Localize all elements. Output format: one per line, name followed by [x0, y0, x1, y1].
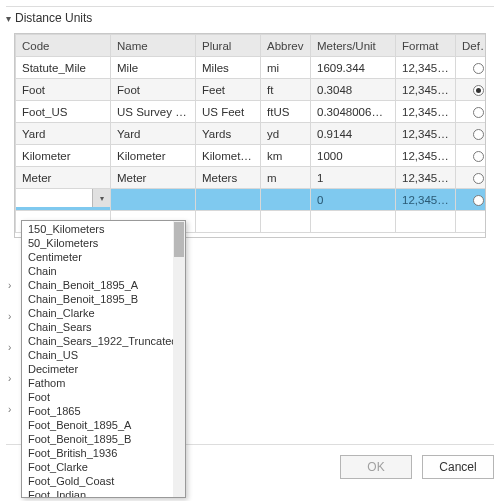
cell-code: Meter: [16, 167, 111, 189]
cell-mpu: 0.3048: [311, 79, 396, 101]
cell-format: 12,345.12: [396, 145, 456, 167]
dropdown-item[interactable]: Foot: [22, 389, 185, 403]
cell-abbrev: ftUS: [261, 101, 311, 123]
radio-icon[interactable]: [473, 173, 484, 184]
cell-default[interactable]: [456, 145, 487, 167]
cell-name: Mile: [111, 57, 196, 79]
code-dropdown-list[interactable]: 150_Kilometers50_KilometersCentimeterCha…: [21, 220, 186, 498]
cell-name: Kilometer: [111, 145, 196, 167]
cell-code: Statute_Mile: [16, 57, 111, 79]
col-abbrev[interactable]: Abbrev: [261, 35, 311, 57]
cell-default[interactable]: [456, 167, 487, 189]
cell-plural: Miles: [196, 57, 261, 79]
cell-plural: Meters: [196, 167, 261, 189]
cell-default[interactable]: [456, 189, 487, 211]
chevron-right-icon[interactable]: ›: [8, 342, 11, 353]
cell-default[interactable]: [456, 57, 487, 79]
code-combobox[interactable]: ▾: [16, 189, 110, 210]
dropdown-item[interactable]: Foot_1865: [22, 403, 185, 417]
scrollbar-thumb[interactable]: [174, 222, 184, 257]
table-row-new[interactable]: ▾012,345.12: [16, 189, 487, 211]
cell-abbrev: ft: [261, 79, 311, 101]
cell-default[interactable]: [456, 79, 487, 101]
cell-format: 12,345.12: [396, 79, 456, 101]
cell-plural: [196, 189, 261, 211]
chevron-down-icon: ▾: [100, 194, 104, 203]
cell-code: Kilometer: [16, 145, 111, 167]
cancel-button[interactable]: Cancel: [422, 455, 494, 479]
radio-icon[interactable]: [473, 107, 484, 118]
cell-plural: US Feet: [196, 101, 261, 123]
cell-code: Foot_US: [16, 101, 111, 123]
panel-header[interactable]: ▾ Distance Units: [6, 7, 494, 31]
radio-icon[interactable]: [473, 85, 484, 96]
radio-icon[interactable]: [473, 151, 484, 162]
table-row[interactable]: MeterMeterMetersm112,345.12: [16, 167, 487, 189]
scrollbar[interactable]: [173, 221, 185, 497]
dropdown-item[interactable]: Chain_US: [22, 347, 185, 361]
dropdown-item[interactable]: 50_Kilometers: [22, 235, 185, 249]
panel-title: Distance Units: [15, 11, 92, 25]
units-table: CodeNamePluralAbbrevMeters/UnitFormatDef…: [14, 33, 486, 238]
radio-icon[interactable]: [473, 63, 484, 74]
dropdown-item[interactable]: Foot_Benoit_1895_B: [22, 431, 185, 445]
cell-mpu: 1609.344: [311, 57, 396, 79]
dropdown-item[interactable]: Foot_Clarke: [22, 459, 185, 473]
dropdown-item[interactable]: Chain_Benoit_1895_A: [22, 277, 185, 291]
cell-mpu: 0: [311, 189, 396, 211]
col-metersunit[interactable]: Meters/Unit: [311, 35, 396, 57]
chevron-down-icon: ▾: [6, 13, 11, 24]
cell-mpu: 0.9144: [311, 123, 396, 145]
cell-format: 12,345.12: [396, 123, 456, 145]
dropdown-item[interactable]: Foot_Gold_Coast: [22, 473, 185, 487]
chevron-right-icon[interactable]: ›: [8, 373, 11, 384]
cell-code[interactable]: ▾: [16, 189, 111, 211]
dropdown-item[interactable]: Chain_Sears_1922_Truncated: [22, 333, 185, 347]
cell-mpu: 0.3048006096...: [311, 101, 396, 123]
col-default[interactable]: Default: [456, 35, 487, 57]
table-row[interactable]: KilometerKilometerKilometerskm100012,345…: [16, 145, 487, 167]
dropdown-item[interactable]: Chain_Clarke: [22, 305, 185, 319]
cell-abbrev: [261, 189, 311, 211]
code-input[interactable]: [16, 189, 92, 207]
dropdown-item[interactable]: Foot_Benoit_1895_A: [22, 417, 185, 431]
dropdown-item[interactable]: Centimeter: [22, 249, 185, 263]
col-name[interactable]: Name: [111, 35, 196, 57]
col-format[interactable]: Format: [396, 35, 456, 57]
radio-icon[interactable]: [473, 195, 484, 206]
dropdown-item[interactable]: Foot_Indian: [22, 487, 185, 498]
cell-plural: Kilometers: [196, 145, 261, 167]
table-row[interactable]: FootFootFeetft0.304812,345.12: [16, 79, 487, 101]
dropdown-item[interactable]: Chain_Sears: [22, 319, 185, 333]
dropdown-item[interactable]: Chain: [22, 263, 185, 277]
chevron-right-icon[interactable]: ›: [8, 311, 11, 322]
chevron-right-icon[interactable]: ›: [8, 404, 11, 415]
cell-default[interactable]: [456, 101, 487, 123]
chevron-right-icon[interactable]: ›: [8, 280, 11, 291]
collapsed-panels: › › › › ›: [8, 260, 11, 435]
cell-name: US Survey Foot: [111, 101, 196, 123]
col-plural[interactable]: Plural: [196, 35, 261, 57]
cell-plural: Yards: [196, 123, 261, 145]
table-row[interactable]: YardYardYardsyd0.914412,345.12: [16, 123, 487, 145]
ok-button[interactable]: OK: [340, 455, 412, 479]
dropdown-button[interactable]: ▾: [92, 189, 110, 207]
cell-name: Foot: [111, 79, 196, 101]
cell-name: Yard: [111, 123, 196, 145]
cell-abbrev: yd: [261, 123, 311, 145]
cell-format: 12,345.12: [396, 57, 456, 79]
radio-icon[interactable]: [473, 129, 484, 140]
dropdown-item[interactable]: 150_Kilometers: [22, 221, 185, 235]
col-code[interactable]: Code: [16, 35, 111, 57]
cell-abbrev: km: [261, 145, 311, 167]
dropdown-item[interactable]: Fathom: [22, 375, 185, 389]
table-row[interactable]: Statute_MileMileMilesmi1609.34412,345.12: [16, 57, 487, 79]
dropdown-item[interactable]: Foot_British_1936: [22, 445, 185, 459]
dropdown-item[interactable]: Decimeter: [22, 361, 185, 375]
cell-format: 12,345.12: [396, 101, 456, 123]
dropdown-item[interactable]: Chain_Benoit_1895_B: [22, 291, 185, 305]
cell-mpu: 1000: [311, 145, 396, 167]
cell-default[interactable]: [456, 123, 487, 145]
table-row[interactable]: Foot_USUS Survey FootUS FeetftUS0.304800…: [16, 101, 487, 123]
cell-name: Meter: [111, 167, 196, 189]
